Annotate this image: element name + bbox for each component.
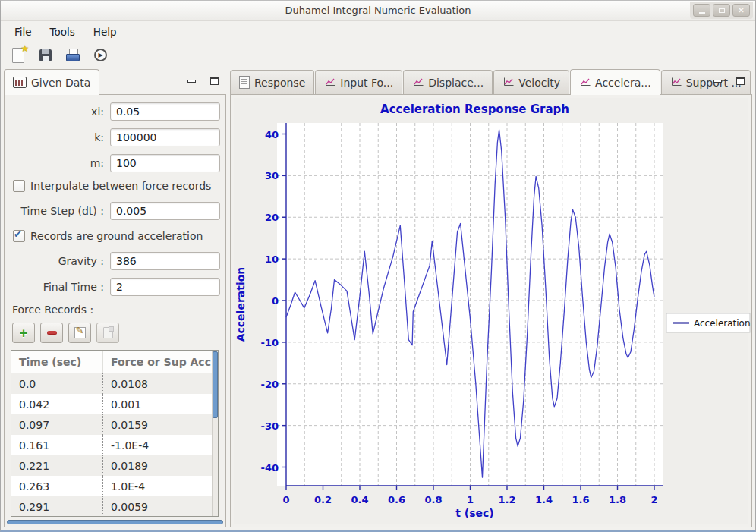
gravity-input[interactable] (110, 252, 220, 270)
menu-file[interactable]: File (7, 23, 39, 41)
cell-force[interactable]: 0.0108 (103, 378, 218, 390)
panel-maximize-button[interactable] (732, 74, 748, 88)
toolbar: ★▶ (1, 42, 110, 68)
cell-time[interactable]: 0.263 (11, 476, 103, 496)
tab-response[interactable]: Response (230, 70, 314, 94)
time-step-row: Time Step (dt) : (10, 202, 220, 220)
gravity-row: Gravity : (10, 252, 220, 270)
panel-maximize-button[interactable] (206, 74, 222, 88)
k-input[interactable] (110, 128, 220, 146)
table-row[interactable]: 0.161-1.0E-4 (11, 435, 218, 455)
close-icon: ✕ (738, 7, 744, 14)
given-data-tabbar: Given Data (4, 69, 226, 95)
document-icon (239, 76, 250, 89)
force-records-label: Force Records : (12, 304, 220, 316)
column-header-time[interactable]: Time (sec) (11, 351, 103, 373)
cell-force[interactable]: -1.0E-4 (103, 439, 218, 452)
menu-help[interactable]: Help (86, 23, 124, 41)
svg-text:2: 2 (650, 494, 657, 505)
table-row[interactable]: 0.2910.0059 (11, 496, 218, 517)
m-label: m: (10, 157, 104, 169)
svg-text:-20: -20 (261, 379, 279, 390)
gravity-label: Gravity : (10, 255, 104, 267)
window-title: Duhamel Integral Numeric Evaluation (1, 1, 755, 20)
table-row[interactable]: 0.2210.0189 (11, 455, 218, 476)
open-icon (66, 49, 80, 62)
table-row[interactable]: 0.00.0108 (11, 373, 218, 394)
menu-tools[interactable]: Tools (43, 23, 83, 41)
cell-force[interactable]: 0.0189 (103, 460, 218, 472)
given-data-content: xi: k: m: Interpulate between force reco… (4, 95, 226, 527)
svg-text:1.6: 1.6 (572, 494, 589, 505)
panel-minimize-button[interactable] (710, 74, 725, 88)
column-header-force[interactable]: Force or Sup Acc (103, 356, 218, 368)
star-icon: ★ (20, 43, 29, 54)
plus-icon: + (20, 326, 28, 340)
svg-text:0.6: 0.6 (388, 494, 405, 505)
given-data-panel: Given Data xi: k: m: Interpulate between… (4, 69, 226, 527)
svg-text:10: 10 (265, 253, 279, 265)
cell-time[interactable]: 0.097 (11, 414, 103, 435)
ground-acc-checkbox-row: Records are ground acceleration (13, 230, 220, 242)
remove-record-button[interactable] (40, 323, 63, 343)
m-input[interactable] (110, 154, 220, 172)
chart-icon (670, 77, 682, 87)
tab-given-data[interactable]: Given Data (4, 69, 99, 95)
xi-field-row: xi: (10, 102, 220, 121)
tab-accelera[interactable]: Accelera... (570, 69, 660, 95)
clear-record-button[interactable] (96, 323, 119, 343)
ground-acc-checkbox-label: Records are ground acceleration (30, 230, 203, 242)
cell-time[interactable]: 0.0 (11, 373, 103, 394)
table-row[interactable]: 0.2631.0E-4 (11, 476, 218, 496)
interpolate-checkbox[interactable] (13, 180, 25, 192)
cell-force[interactable]: 1.0E-4 (103, 480, 218, 493)
scrollbar-thumb[interactable] (213, 351, 218, 418)
cell-time[interactable]: 0.042 (11, 394, 103, 414)
tab-label: Accelera... (595, 77, 651, 89)
results-tabbar: ResponseInput Fo...Displace...VelocityAc… (230, 69, 752, 95)
svg-text:0.4: 0.4 (351, 494, 368, 505)
tab-velocity[interactable]: Velocity (493, 70, 569, 94)
tab-inputfo[interactable]: Input Fo... (315, 70, 402, 94)
edit-record-button[interactable] (68, 323, 91, 343)
svg-text:0: 0 (282, 494, 289, 505)
table-vertical-scrollbar[interactable] (212, 351, 218, 516)
table-row[interactable]: 0.0970.0159 (11, 414, 218, 435)
cell-force[interactable]: 0.001 (103, 398, 218, 411)
tab-given-data-label: Given Data (31, 77, 90, 89)
panel-minimize-button[interactable] (184, 74, 199, 88)
cell-force[interactable]: 0.0059 (103, 501, 218, 513)
svg-text:Acceleration: Acceleration (235, 267, 247, 342)
table-horizontal-scrollbar[interactable] (7, 520, 223, 524)
new-file-button[interactable]: ★ (8, 46, 28, 65)
table-row[interactable]: 0.0420.001 (11, 394, 218, 414)
close-button[interactable]: ✕ (732, 4, 750, 17)
interpolate-checkbox-label: Interpulate between force records (30, 180, 211, 192)
maximize-button[interactable] (713, 4, 730, 17)
results-panel-controls (710, 74, 748, 88)
panel-minimize-icon (187, 80, 196, 83)
minimize-button[interactable] (693, 4, 710, 17)
final-time-input[interactable] (110, 278, 220, 296)
chart-icon (412, 77, 424, 87)
final-time-row: Final Time : (10, 278, 220, 296)
add-record-button[interactable]: + (12, 323, 35, 343)
xi-label: xi: (10, 105, 104, 118)
panel-maximize-icon (736, 77, 745, 85)
time-step-input[interactable] (110, 202, 220, 220)
ground-acceleration-checkbox[interactable] (13, 230, 25, 242)
open-button[interactable] (63, 46, 83, 65)
cell-time[interactable]: 0.221 (11, 455, 103, 476)
tab-displace[interactable]: Displace... (403, 70, 493, 94)
save-button[interactable] (36, 46, 55, 65)
cell-time[interactable]: 0.291 (11, 496, 103, 517)
cell-force[interactable]: 0.0159 (103, 419, 218, 431)
cell-time[interactable]: 0.161 (11, 435, 103, 455)
chart-canvas: 00.20.40.60.811.21.41.61.82-40-30-20-100… (234, 98, 751, 524)
xi-input[interactable] (110, 102, 220, 121)
k-field-row: k: (10, 128, 220, 146)
new-file-icon: ★ (12, 48, 24, 63)
run-button[interactable]: ▶ (90, 46, 110, 65)
tab-label: Input Fo... (340, 77, 393, 89)
svg-text:Acceleration: Acceleration (694, 318, 751, 329)
